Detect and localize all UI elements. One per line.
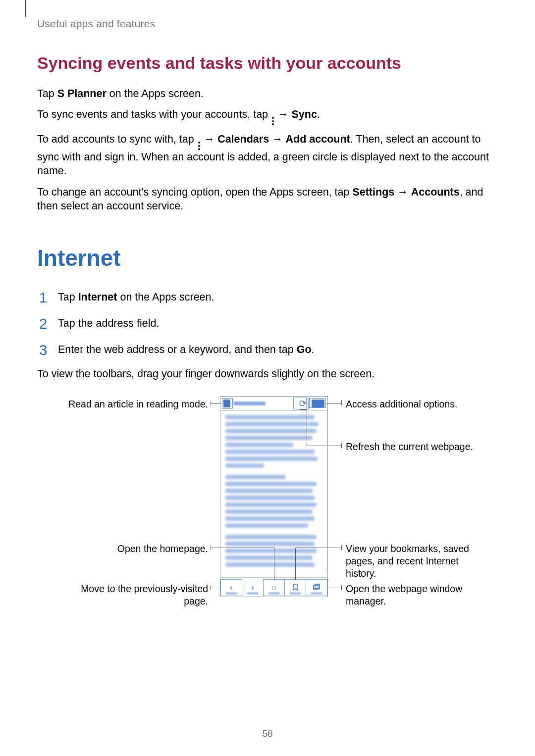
section-sync-title: Syncing events and tasks with your accou… (37, 53, 498, 73)
more-options-icon (272, 117, 274, 125)
internet-diagram: ⟳ (40, 394, 495, 602)
phone-topbar: ⟳ (220, 397, 327, 411)
lead-tick (341, 545, 342, 550)
bold-internet: Internet (78, 291, 117, 303)
lead (211, 548, 274, 548)
bold-calendars: Calendars (217, 133, 269, 145)
text: Tap (37, 88, 57, 100)
arrow-icon: → (275, 108, 291, 120)
lead-v (295, 548, 296, 579)
bold-settings: Settings (352, 186, 394, 198)
callout-windows: Open the webpage window manager. (346, 583, 484, 607)
lead (327, 588, 341, 588)
section-internet-title: Internet (37, 245, 498, 271)
nav-home: ⌂ (267, 583, 281, 595)
lead (295, 548, 341, 548)
lead-tick (341, 443, 342, 448)
arrow-icon: → (394, 186, 411, 198)
step-number: 3 (37, 343, 49, 357)
lead-v (274, 548, 274, 579)
text: Tap the address field. (58, 317, 159, 331)
lead-tick (211, 401, 211, 406)
home-icon: ⌂ (269, 583, 278, 591)
lead-v (307, 409, 307, 446)
lead (326, 403, 341, 403)
phone-nav: ‹ › ⌂ (220, 577, 327, 599)
step-3: 3 Enter the web address or a keyword, an… (37, 341, 498, 357)
callout-more: Access additional options. (346, 398, 457, 410)
side-rule (25, 0, 26, 17)
bold-accounts: Accounts (411, 186, 460, 198)
lead (211, 588, 220, 588)
more-options-icon (198, 142, 200, 150)
arrow-icon: → (269, 133, 285, 145)
nav-forward: › (245, 583, 260, 595)
text: To change an account's syncing option, o… (37, 186, 352, 198)
lead-tick (341, 401, 342, 405)
text: . (317, 108, 320, 120)
more-menu-icon (312, 400, 324, 407)
sync-p2: To sync events and tasks with your accou… (37, 107, 498, 125)
bold-go: Go (297, 344, 312, 355)
callout-back: Move to the previously-visited page. (61, 583, 208, 607)
text: To add accounts to sync with, tap (37, 133, 197, 145)
nav-bookmarks (288, 583, 303, 595)
page-number: 58 (0, 728, 535, 739)
refresh-icon: ⟳ (297, 398, 309, 409)
chevron-left-icon: ‹ (227, 583, 236, 591)
bold-add-account: Add account (286, 133, 350, 145)
nav-windows (309, 583, 324, 595)
callout-reader: Read an article in reading mode. (61, 398, 208, 410)
callout-refresh: Refresh the current webpage. (346, 441, 473, 453)
bold-sync: Sync (292, 108, 317, 120)
text: on the Apps screen. (107, 88, 204, 100)
text: Enter the web address or a keyword, and … (58, 344, 297, 355)
step-1: 1 Tap Internet on the Apps screen. (37, 288, 498, 304)
lead-tick (211, 585, 211, 590)
internet-after-text: To view the toolbars, drag your finger d… (37, 367, 498, 381)
text: To sync events and tasks with your accou… (37, 108, 271, 120)
lead-tick (341, 585, 342, 590)
lead (211, 403, 221, 404)
step-number: 2 (37, 316, 49, 331)
callout-home: Open the homepage. (61, 543, 208, 555)
sync-p3: To add accounts to sync with, tap → Cale… (37, 132, 498, 178)
callout-bookmarks: View your bookmarks, saved pages, and re… (346, 543, 484, 580)
lead-h (300, 409, 307, 410)
address-bar (233, 402, 292, 405)
lead (307, 446, 341, 446)
text: . (312, 344, 315, 355)
page-header: Useful apps and features (37, 18, 498, 30)
step-2: 2 Tap the address field. (37, 314, 498, 331)
sync-p1: Tap S Planner on the Apps screen. (37, 87, 498, 101)
internet-steps: 1 Tap Internet on the Apps screen. 2 Tap… (37, 288, 498, 357)
text: on the Apps screen. (117, 291, 214, 303)
bookmark-icon (291, 583, 300, 591)
reader-mode-icon (223, 400, 230, 407)
text: Tap (58, 291, 78, 303)
sync-p4: To change an account's syncing option, o… (37, 185, 498, 213)
step-number: 1 (37, 290, 49, 305)
lead-tick (211, 545, 211, 550)
chevron-right-icon: › (248, 583, 257, 591)
nav-back: ‹ (224, 583, 239, 595)
bold-splanner: S Planner (57, 88, 107, 100)
windows-icon (312, 583, 321, 591)
arrow-icon: → (201, 133, 217, 145)
